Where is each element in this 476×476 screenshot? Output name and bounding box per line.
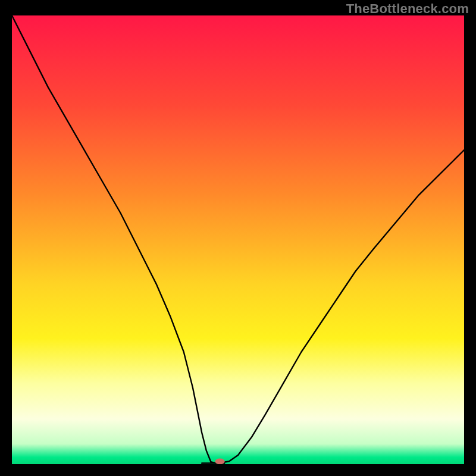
chart-svg — [12, 15, 464, 464]
plot-area — [12, 15, 464, 464]
gradient-background — [12, 15, 464, 464]
chart-frame: TheBottleneck.com — [0, 0, 476, 476]
watermark-text: TheBottleneck.com — [346, 1, 469, 17]
